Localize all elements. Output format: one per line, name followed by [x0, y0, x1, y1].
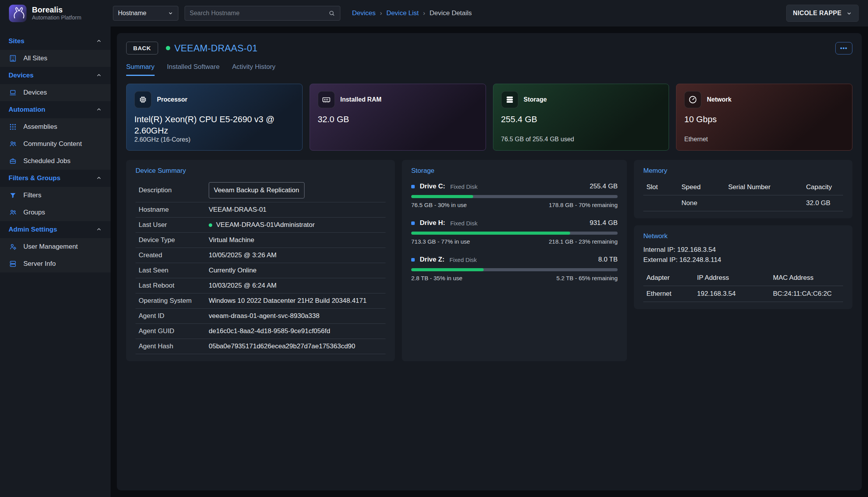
panel-title: Memory	[643, 167, 843, 175]
summary-row-label: Last Reboot	[139, 282, 209, 290]
memory-speed-value: None	[681, 199, 728, 207]
drive-type: Fixed Disk	[450, 220, 477, 227]
device-online-status-dot	[166, 46, 170, 50]
drive-header: Drive C: Fixed Disk 255.4 GB	[411, 183, 618, 190]
tab-summary[interactable]: Summary	[126, 63, 155, 76]
tab-activity-history[interactable]: Activity History	[232, 63, 275, 76]
storage-disks-icon	[505, 95, 514, 104]
sidebar-item-all-sites[interactable]: All Sites	[0, 50, 111, 67]
stat-card-storage: Storage 255.4 GB 76.5 GB of 255.4 GB use…	[493, 84, 669, 151]
memory-panel: Memory Slot Speed Serial Number Capacity	[634, 160, 852, 218]
drive-size: 8.0 TB	[598, 256, 618, 263]
column-header-slot: Slot	[646, 183, 681, 191]
search-field-dropdown-value: Hostname	[118, 10, 146, 17]
detail-panels-row: Device Summary Description Hostname VEEA…	[126, 160, 852, 361]
search-field-dropdown[interactable]: Hostname	[113, 6, 178, 21]
column-header-mac-address: MAC Address	[773, 274, 840, 282]
stat-card-label: Processor	[157, 96, 187, 103]
user-menu-label: NICOLE RAPPE	[793, 10, 842, 17]
network-table-row: Ethernet 192.168.3.54 BC:24:11:CA:C6:2C	[643, 286, 843, 302]
description-input[interactable]	[209, 182, 305, 198]
sidebar-item-community-content[interactable]: Community Content	[0, 135, 111, 153]
summary-row-value: VEEAM-DRAAS-01\Administrator	[209, 221, 315, 229]
drive-stats: 2.8 TB - 35% in use 5.2 TB - 65% remaini…	[411, 275, 618, 281]
breadcrumb-devices[interactable]: Devices	[352, 9, 375, 17]
drive-usage-fill	[411, 268, 484, 271]
drive-name: Drive C:	[420, 183, 445, 190]
storage-panel: Storage Drive C: Fixed Disk 255.4 GB 76.…	[402, 160, 627, 361]
summary-row-label: Device Type	[139, 236, 209, 244]
summary-row-value: 10/05/2025 @ 3:26 AM	[209, 251, 276, 259]
memory-table: Slot Speed Serial Number Capacity None	[643, 179, 843, 211]
sidebar-item-assemblies[interactable]: Assemblies	[0, 118, 111, 135]
breadcrumb-device-list[interactable]: Device List	[386, 9, 419, 17]
summary-row-value: Virtual Machine	[209, 236, 254, 244]
drive-usage-bar	[411, 232, 618, 235]
sidebar-section-automation[interactable]: Automation	[0, 101, 111, 118]
drive-type: Fixed Disk	[449, 256, 477, 263]
sidebar-item-label: Server Info	[23, 260, 56, 268]
device-summary-table: Description Hostname VEEAM-DRAAS-01 Last…	[136, 179, 386, 354]
drive-usage-bar	[411, 195, 618, 198]
sites-building-icon	[9, 54, 17, 62]
search-icon[interactable]	[328, 10, 335, 17]
last-user-value: VEEAM-DRAAS-01\Administrator	[216, 221, 315, 229]
summary-row-last-user: Last User VEEAM-DRAAS-01\Administrator	[136, 218, 386, 233]
sidebar-item-groups[interactable]: Groups	[0, 204, 111, 221]
search-input[interactable]	[190, 10, 328, 17]
column-header-speed: Speed	[681, 183, 728, 191]
summary-row-agent-guid: Agent GUID de16c0c1-8aa2-4d18-9585-9ce91…	[136, 324, 386, 339]
sidebar-section-devices[interactable]: Devices	[0, 67, 111, 84]
memory-capacity-value: 32.0 GB	[806, 199, 840, 207]
memory-slot-value	[646, 199, 681, 207]
filter-funnel-icon	[9, 191, 17, 199]
back-button[interactable]: BACK	[126, 42, 158, 54]
stat-card-installed-ram: Installed RAM 32.0 GB	[310, 84, 486, 151]
summary-row-device-type: Device Type Virtual Machine	[136, 233, 386, 248]
summary-row-agent-id: Agent ID veeam-draas-01-agent-svc-8930a3…	[136, 309, 386, 324]
device-tabs: Summary Installed Software Activity Hist…	[126, 63, 852, 76]
sidebar-section-admin-settings[interactable]: Admin Settings	[0, 221, 111, 238]
sidebar-section-label: Devices	[9, 72, 33, 79]
stat-card-header: Processor	[134, 91, 294, 108]
more-actions-button[interactable]: •••	[835, 42, 852, 54]
sidebar-item-label: Groups	[23, 209, 45, 216]
drive-name: Drive H:	[420, 219, 445, 227]
drive-size: 255.4 GB	[590, 183, 618, 190]
breadcrumb: Devices › Device List › Device Details	[352, 9, 472, 17]
device-name: VEEAM-DRAAS-01	[174, 43, 258, 54]
breadcrumb-separator: ›	[423, 9, 425, 17]
sidebar-section-filters-groups[interactable]: Filters & Groups	[0, 170, 111, 187]
panel-title: Network	[643, 232, 843, 240]
sidebar-item-devices[interactable]: Devices	[0, 84, 111, 101]
stat-card-label: Network	[707, 96, 731, 103]
summary-row-label: Hostname	[139, 206, 209, 214]
community-people-icon	[9, 140, 17, 148]
summary-row-hostname: Hostname VEEAM-DRAAS-01	[136, 202, 386, 218]
drive-row-h: Drive H: Fixed Disk 931.4 GB 713.3 GB - …	[411, 219, 618, 245]
summary-row-label: Created	[139, 251, 209, 259]
breadcrumb-separator: ›	[380, 9, 382, 17]
devices-laptop-icon	[9, 89, 17, 97]
sidebar-item-filters[interactable]: Filters	[0, 187, 111, 204]
sidebar-section-label: Sites	[9, 37, 25, 45]
user-online-status-dot	[209, 223, 212, 227]
tab-installed-software[interactable]: Installed Software	[167, 63, 220, 76]
drive-bullet-icon	[411, 185, 415, 188]
drive-header: Drive H: Fixed Disk 931.4 GB	[411, 219, 618, 227]
mac-address-value: BC:24:11:CA:C6:2C	[773, 290, 840, 298]
sidebar-item-user-management[interactable]: User Management	[0, 238, 111, 255]
drive-row-c: Drive C: Fixed Disk 255.4 GB 76.5 GB - 3…	[411, 183, 618, 208]
user-menu-button[interactable]: NICOLE RAPPE	[786, 5, 859, 22]
network-icon-badge	[684, 91, 701, 108]
chevron-down-icon	[168, 11, 173, 16]
summary-row-label: Agent Hash	[139, 342, 209, 350]
drive-remaining-text: 178.8 GB - 70% remaining	[549, 202, 618, 208]
sidebar-item-server-info[interactable]: Server Info	[0, 255, 111, 272]
sidebar-item-scheduled-jobs[interactable]: Scheduled Jobs	[0, 153, 111, 170]
adapter-value: Ethernet	[646, 290, 697, 298]
summary-row-operating-system: Operating System Windows 10 2022 Datacen…	[136, 293, 386, 309]
summary-row-value: 05ba0e7935171d626ecea29b27d7ae175363cd90	[209, 342, 355, 350]
brand-name: Borealis	[32, 5, 81, 14]
sidebar-section-sites[interactable]: Sites	[0, 33, 111, 50]
